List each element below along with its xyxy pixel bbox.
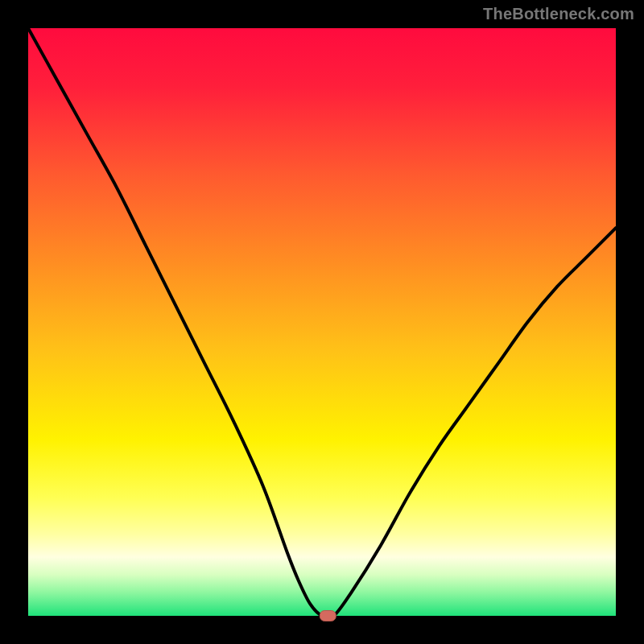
watermark-text: TheBottleneck.com [483, 5, 634, 23]
chart-frame: TheBottleneck.com [0, 0, 644, 644]
bottleneck-chart [0, 0, 644, 644]
optimum-marker [320, 611, 336, 621]
